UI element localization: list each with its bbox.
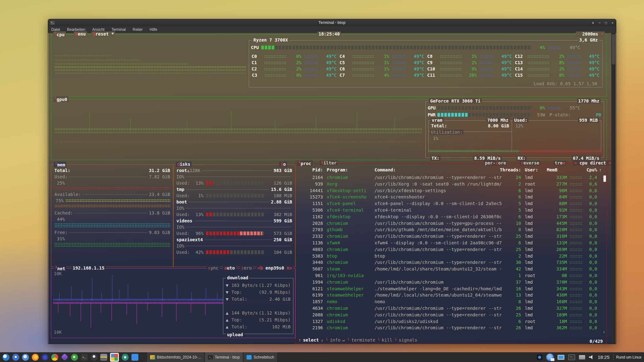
process-row[interactable]: 1857 nemo nemo 8 lmd 168M 0,0 bbox=[295, 298, 607, 305]
chromium-icon[interactable] bbox=[51, 354, 58, 361]
upload-label: upload bbox=[226, 332, 244, 337]
process-row[interactable]: 15273 xfce4-screensho xfce4-screenshoote… bbox=[295, 194, 607, 200]
tray-camera-icon[interactable] bbox=[537, 354, 542, 360]
taskbar-clock[interactable]: 18:25 bbox=[598, 354, 610, 360]
net-sync-button[interactable]: sync bbox=[207, 265, 220, 270]
process-row[interactable]: 2088 chromium /usr/lib/chromium/chromium… bbox=[295, 312, 607, 318]
process-row[interactable]: 2196 chromium /usr/lib/chromium/chromium… bbox=[295, 325, 607, 331]
process-row[interactable]: 939 Xorg /usr/lib/Xorg :0 -seat seat0 -a… bbox=[295, 181, 607, 187]
down-total-row: ▼Total:2.46 GiB bbox=[226, 297, 291, 302]
shade-button[interactable]: ∧ bbox=[592, 21, 594, 25]
taskbar-label: Rund um Linux bbox=[613, 354, 641, 360]
update-interval[interactable]: - 2000ms + bbox=[576, 31, 605, 36]
terminal-launcher-icon[interactable]: >_ bbox=[81, 354, 88, 361]
process-row[interactable]: 5306 xfce4-terminal xfce4-terminal 5 lmd… bbox=[295, 207, 607, 214]
messenger-icon[interactable] bbox=[131, 354, 138, 361]
browser-o-icon[interactable] bbox=[42, 354, 48, 361]
tray-disk-icon[interactable] bbox=[579, 355, 585, 359]
process-row[interactable]: 2332 chromium /usr/lib/chromium/chromium… bbox=[295, 233, 607, 240]
volume-icon[interactable] bbox=[589, 355, 594, 359]
menu-datei[interactable]: Datei bbox=[51, 27, 60, 32]
net-interface-button[interactable]: <b enp39s0 n> bbox=[256, 265, 293, 270]
taskbar-window-screenshot[interactable]: Bildschirmfoto_2024-10-... bbox=[147, 352, 204, 362]
process-row[interactable]: 5383 btop btop 2 lmd 22M 0,0 bbox=[295, 253, 607, 259]
menu-hilfe[interactable]: Hilfe bbox=[150, 27, 157, 32]
process-row[interactable]: 4634 chromium /usr/lib/chromium/chromium… bbox=[295, 305, 607, 312]
net-zero-button[interactable]: zero bbox=[240, 265, 253, 270]
cpu-core-row: C11 26% 49°C bbox=[426, 72, 514, 78]
down-top-row: ▼Top:(92.9 Mibps) bbox=[226, 290, 291, 295]
keepass-icon[interactable] bbox=[71, 354, 78, 361]
cpu-core-row: C4 1% 49°C bbox=[338, 53, 426, 59]
cpu-core-row: C10 9% 49°C bbox=[426, 66, 514, 72]
process-row[interactable]: 1136 xfwm4 xfwm4 --display :0.0 --sm-cli… bbox=[295, 240, 607, 246]
process-row[interactable]: 1162 xfdesktop xfdesktop --display :0.0 … bbox=[295, 214, 607, 220]
sort-selector[interactable]: < cpu direct > bbox=[573, 160, 612, 165]
core-temp-graph bbox=[479, 55, 494, 58]
signals-button[interactable]: signals bbox=[399, 337, 417, 343]
taskbar-window-desktop[interactable]: Schreibtisch bbox=[243, 352, 277, 362]
menu-terminal[interactable]: Terminal bbox=[111, 27, 125, 32]
process-scrollbar[interactable] bbox=[603, 175, 606, 182]
process-row[interactable]: 1151 xfce4-panel xfce4-panel --display :… bbox=[295, 200, 607, 207]
process-row[interactable]: 961 irq/103-nvidia 1 root 0B 0,0 bbox=[295, 272, 607, 279]
process-row[interactable]: 14441 xfdesktop-setti /usr/bin/xfdesktop… bbox=[295, 187, 607, 194]
file-manager-icon[interactable] bbox=[22, 354, 29, 361]
tree-button[interactable]: tree bbox=[554, 160, 566, 165]
reverse-button[interactable]: reverse bbox=[520, 160, 540, 165]
process-row[interactable]: 2164 chromium /usr/lib/chromium/chromium… bbox=[295, 174, 607, 181]
core-temp-graph bbox=[479, 68, 494, 70]
process-row[interactable]: 2703 gthumb /usr/bin/gthumb /mnt/daten/m… bbox=[295, 226, 607, 233]
core-usage-graph bbox=[527, 55, 549, 58]
info-button[interactable]: info bbox=[330, 337, 341, 343]
search-icon[interactable] bbox=[12, 354, 19, 361]
process-row[interactable]: 6121 steamwebhelper ./steamwebhelper -la… bbox=[295, 286, 607, 292]
process-row[interactable]: 4803 chromium /usr/lib/chromium/chromium… bbox=[295, 246, 607, 253]
archive-icon[interactable] bbox=[100, 354, 107, 361]
gpu-power-bar bbox=[437, 113, 532, 117]
screenshot-tool-icon[interactable] bbox=[122, 354, 129, 361]
terminate-button[interactable]: terminate bbox=[351, 337, 375, 343]
process-row[interactable]: 3440 chromium /usr/lib/chromium/chromium… bbox=[295, 259, 607, 266]
disk-used-bar bbox=[206, 231, 264, 235]
menu-reiter[interactable]: Reiter bbox=[133, 27, 143, 32]
process-footer: ↑ select ↓ └ info ↵ └ terminate └ kill └… bbox=[298, 337, 417, 343]
window-titlebar[interactable]: >_ Terminal - btop ∧ — □ ✕ bbox=[48, 19, 616, 26]
terminal-scrollbar[interactable] bbox=[611, 33, 616, 344]
obs-icon[interactable] bbox=[91, 354, 97, 361]
menu-bearbeiten[interactable]: Bearbeiten bbox=[67, 27, 85, 32]
app-menu-icon[interactable] bbox=[3, 354, 9, 361]
process-row[interactable]: 6199 steamwebhelper /home/lmd/.local/sha… bbox=[295, 292, 607, 298]
app-grid-icon[interactable] bbox=[110, 353, 119, 362]
select-button[interactable]: select bbox=[303, 337, 319, 343]
kill-button[interactable]: kill bbox=[382, 337, 392, 343]
gpu-panel-title: 5gpu0 bbox=[53, 96, 69, 102]
cpu-core-row: C8 1% 49°C bbox=[426, 53, 514, 59]
net-auto-button[interactable]: auto bbox=[223, 265, 236, 270]
menu-ansicht[interactable]: Ansicht bbox=[92, 27, 104, 32]
process-row[interactable]: 1994 chromium /usr/lib/chromium/chromium… bbox=[295, 279, 607, 286]
menu-button[interactable]: menu bbox=[74, 31, 87, 36]
obsidian-icon[interactable] bbox=[61, 353, 68, 361]
filter-button[interactable]: filter bbox=[320, 160, 338, 165]
minimize-button[interactable]: — bbox=[598, 21, 601, 25]
process-row[interactable]: 5607 steam /home/lmd/.local/share/Steam/… bbox=[295, 266, 607, 272]
process-row[interactable]: 1327 udisksd /usr/lib/udisks2/udisksd 6 … bbox=[295, 318, 607, 325]
disks-io-button[interactable]: io bbox=[279, 162, 287, 167]
firefox-icon[interactable] bbox=[32, 354, 39, 361]
maximize-button[interactable]: □ bbox=[605, 21, 607, 25]
desktop-wallpaper: >_ Terminal - btop ∧ — □ ✕ Datei Bearbei… bbox=[0, 0, 644, 362]
tray-terminal-icon[interactable]: >_ bbox=[568, 354, 575, 360]
core-usage-graph bbox=[264, 61, 286, 64]
process-panel-title: 4proc bbox=[297, 160, 313, 166]
process-row[interactable]: 2028 chromium /usr/lib/chromium/chromium… bbox=[295, 220, 607, 227]
tray-display-icon[interactable] bbox=[558, 355, 564, 360]
preset-button[interactable]: preset * bbox=[92, 31, 115, 36]
scroll-down-icon[interactable]: ↓ bbox=[603, 329, 605, 334]
per-core-button[interactable]: per-core bbox=[484, 160, 507, 165]
gpu-rx-label: RX: bbox=[516, 156, 527, 161]
taskbar-window-terminal[interactable]: >_ Terminal - btop bbox=[204, 352, 243, 362]
tray-sync-folder-icon[interactable] bbox=[546, 354, 554, 361]
cpu-core-row: C14 2% 49°C bbox=[513, 66, 601, 72]
close-button[interactable]: ✕ bbox=[611, 21, 613, 25]
